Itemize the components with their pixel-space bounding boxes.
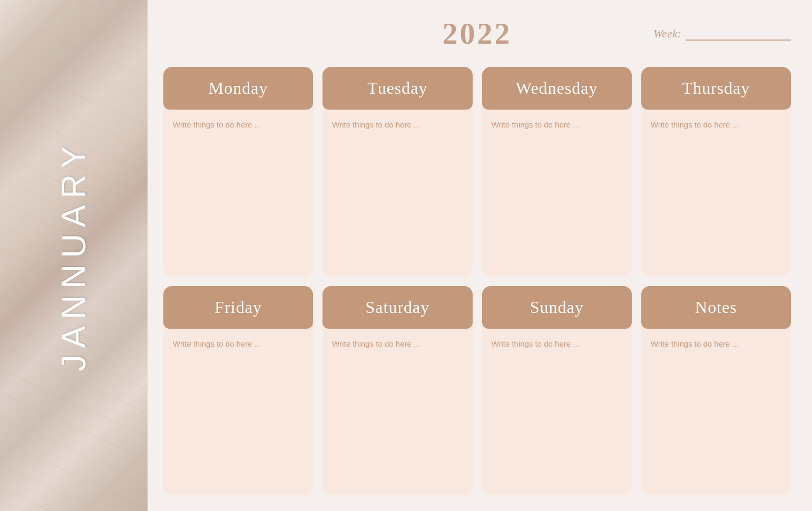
day-name-saturday: Saturday: [366, 298, 430, 317]
day-placeholder-saturday: Write things to do here ...: [332, 339, 420, 348]
day-body-notes[interactable]: Write things to do here ...: [641, 329, 791, 496]
week-input[interactable]: [686, 26, 791, 41]
day-placeholder-tuesday: Write things to do here ...: [332, 120, 420, 129]
year-title: 2022: [443, 16, 512, 51]
day-body-friday[interactable]: Write things to do here ...: [163, 329, 313, 496]
day-header-saturday: Saturday: [322, 286, 472, 329]
day-name-wednesday: Wednesday: [516, 78, 598, 97]
sidebar: JANNUARY: [0, 0, 148, 511]
day-card-tuesday: Tuesday Write things to do here ...: [322, 67, 472, 277]
day-body-saturday[interactable]: Write things to do here ...: [322, 329, 472, 496]
day-body-tuesday[interactable]: Write things to do here ...: [322, 110, 472, 277]
day-name-friday: Friday: [214, 298, 262, 317]
calendar-grid: Monday Write things to do here ... Tuesd…: [163, 67, 791, 495]
week-label: Week:: [653, 27, 681, 41]
day-placeholder-friday: Write things to do here ...: [173, 339, 261, 348]
day-card-monday: Monday Write things to do here ...: [163, 67, 313, 277]
day-body-thursday[interactable]: Write things to do here ...: [641, 110, 791, 277]
day-header-friday: Friday: [163, 286, 313, 329]
day-header-notes: Notes: [641, 286, 791, 329]
day-name-monday: Monday: [209, 78, 268, 97]
week-container: Week:: [653, 26, 791, 41]
day-name-thursday: Thursday: [682, 78, 750, 97]
day-card-saturday: Saturday Write things to do here ...: [322, 286, 472, 496]
day-card-wednesday: Wednesday Write things to do here ...: [482, 67, 632, 277]
day-header-sunday: Sunday: [482, 286, 632, 329]
day-body-sunday[interactable]: Write things to do here ...: [482, 329, 632, 496]
day-header-monday: Monday: [163, 67, 313, 110]
day-body-wednesday[interactable]: Write things to do here ...: [482, 110, 632, 277]
day-card-friday: Friday Write things to do here ...: [163, 286, 313, 496]
page: JANNUARY 2022 Week: Monday Write things …: [0, 0, 812, 511]
day-placeholder-thursday: Write things to do here ...: [651, 120, 739, 129]
day-header-tuesday: Tuesday: [322, 67, 472, 110]
day-card-sunday: Sunday Write things to do here ...: [482, 286, 632, 496]
day-header-wednesday: Wednesday: [482, 67, 632, 110]
main-content: 2022 Week: Monday Write things to do her…: [148, 0, 812, 511]
header: 2022 Week:: [163, 16, 791, 51]
day-card-thursday: Thursday Write things to do here ...: [641, 67, 791, 277]
day-header-thursday: Thursday: [641, 67, 791, 110]
day-placeholder-sunday: Write things to do here ...: [492, 339, 580, 348]
day-card-notes: Notes Write things to do here ...: [641, 286, 791, 496]
day-placeholder-wednesday: Write things to do here ...: [492, 120, 580, 129]
day-name-notes: Notes: [695, 298, 737, 317]
day-placeholder-notes: Write things to do here ...: [651, 339, 739, 348]
day-name-sunday: Sunday: [530, 298, 584, 317]
day-body-monday[interactable]: Write things to do here ...: [163, 110, 313, 277]
month-label: JANNUARY: [54, 140, 93, 371]
day-placeholder-monday: Write things to do here ...: [173, 120, 261, 129]
day-name-tuesday: Tuesday: [367, 78, 427, 97]
